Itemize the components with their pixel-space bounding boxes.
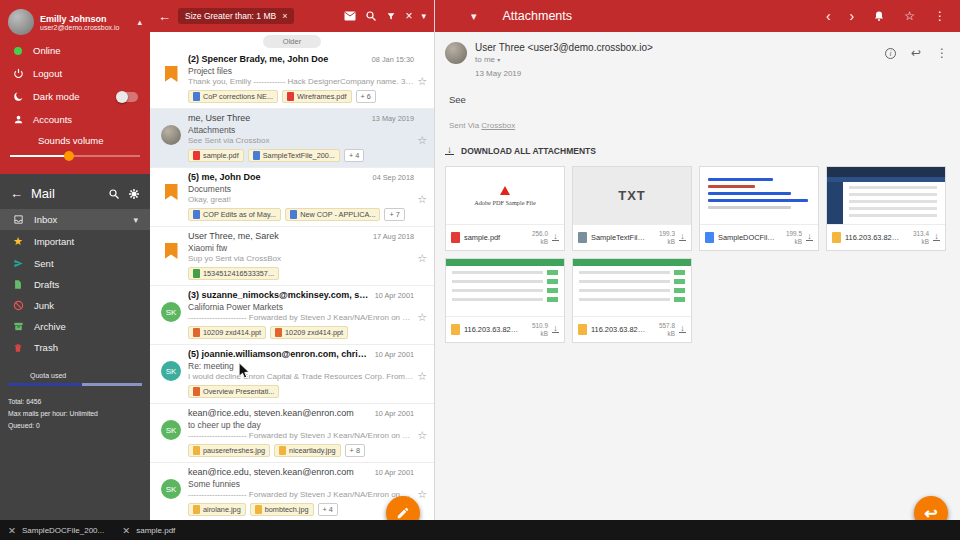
back-icon[interactable]: ←: [10, 186, 23, 201]
email-list-item[interactable]: SK (3) suzanne_nimocks@mckinsey.com, sus…: [150, 286, 434, 345]
chip-label: bombtech.jpg: [265, 505, 309, 514]
download-icon[interactable]: ↓: [679, 234, 686, 242]
attachment-chip[interactable]: 10209 zxd414.ppt: [188, 326, 266, 339]
chevron-down-icon[interactable]: ▾: [421, 11, 426, 21]
attachment-card[interactable]: 116.203.63.82_5... 557.8 kB ↓: [572, 258, 692, 343]
attachment-chip[interactable]: 1534512416533357...: [188, 267, 279, 280]
info-icon[interactable]: i: [885, 48, 896, 59]
attachment-chip[interactable]: CoP corrections NE...: [188, 90, 278, 103]
email-list-item[interactable]: SK (5) joannie.williamson@enron.com, chr…: [150, 345, 434, 404]
quota-label: Quota used: [0, 372, 150, 379]
filter-icon[interactable]: [386, 11, 396, 22]
attachment-chip[interactable]: airolane.jpg: [188, 503, 246, 516]
back-icon[interactable]: ←: [158, 9, 171, 24]
star-toggle-icon[interactable]: ☆: [417, 370, 427, 383]
star-toggle-icon[interactable]: ☆: [417, 193, 427, 206]
menu-item-accounts[interactable]: Accounts: [0, 108, 150, 131]
attachment-card[interactable]: 116.203.63.82_5... 313.4 kB ↓: [826, 166, 946, 251]
menu-item-online[interactable]: Online: [0, 39, 150, 62]
message-more-icon[interactable]: ⋮: [936, 46, 948, 60]
attachment-size: 557.8 kB: [652, 322, 675, 338]
slider-thumb[interactable]: [64, 151, 74, 161]
star-toggle-icon[interactable]: ☆: [417, 252, 427, 265]
email-subject: Project files: [188, 66, 414, 76]
attachment-chip[interactable]: New COP - APPLICA...: [285, 208, 380, 221]
download-icon[interactable]: ↓: [806, 234, 813, 242]
menu-item-darkmode[interactable]: Dark mode: [0, 85, 150, 108]
menu-item-logout[interactable]: Logout: [0, 62, 150, 85]
remove-filter-icon[interactable]: ×: [282, 11, 287, 21]
more-attachments-chip[interactable]: + 4: [318, 503, 338, 516]
attachment-chip[interactable]: SampleTextFile_200...: [248, 149, 340, 162]
dark-mode-toggle[interactable]: [116, 92, 138, 102]
close-icon[interactable]: ✕: [8, 525, 16, 536]
attachment-chip[interactable]: bombtech.jpg: [250, 503, 314, 516]
attachment-chip[interactable]: COP Edits as of May...: [188, 208, 281, 221]
search-icon[interactable]: [108, 188, 120, 200]
mark-read-icon[interactable]: [344, 11, 356, 21]
sidebar-item-important[interactable]: ★ Important: [0, 230, 150, 253]
chevron-down-icon[interactable]: ▾: [133, 215, 138, 225]
previous-email-icon[interactable]: ‹: [826, 9, 831, 23]
search-icon[interactable]: [365, 10, 377, 22]
profile-card[interactable]: Emilly Johnson user2@demo.crossbox.io ▴: [0, 5, 150, 39]
download-icon[interactable]: ↓: [552, 234, 559, 242]
star-email-icon[interactable]: ☆: [904, 9, 915, 23]
attachment-chip[interactable]: niceartlady.jpg: [274, 444, 341, 457]
attachment-chip[interactable]: 10209 zxd414.ppt: [270, 326, 348, 339]
attachment-chip[interactable]: Wireframes.pdf: [282, 90, 351, 103]
attachment-card[interactable]: Adobe PDF Sample File sample.pdf 256.0 k…: [445, 166, 565, 251]
attachment-chip[interactable]: Overview Presentati...: [188, 385, 279, 398]
chip-label: SampleTextFile_200...: [263, 151, 335, 160]
star-toggle-icon[interactable]: ☆: [417, 488, 427, 501]
download-bar-item[interactable]: ✕ SampleDOCFile_200...: [8, 525, 104, 536]
more-attachments-chip[interactable]: + 6: [356, 90, 376, 103]
filter-chip[interactable]: Size Greater than: 1 MB ×: [178, 8, 294, 24]
collapse-thread-icon[interactable]: ▾: [471, 10, 477, 23]
star-toggle-icon[interactable]: ☆: [417, 75, 427, 88]
attachment-card[interactable]: 116.203.63.82_5... 510.9 kB ↓: [445, 258, 565, 343]
star-toggle-icon[interactable]: ☆: [417, 134, 427, 147]
attachment-card[interactable]: SampleDOCFile_... 199.5 kB ↓: [699, 166, 819, 251]
more-attachments-chip[interactable]: + 4: [344, 149, 364, 162]
gear-icon[interactable]: [128, 188, 140, 200]
message-to[interactable]: to me ▾: [475, 55, 653, 64]
junk-blocked-icon: [12, 300, 24, 311]
bell-icon[interactable]: [873, 10, 885, 22]
email-senders: me, User Three: [188, 113, 366, 123]
star-toggle-icon[interactable]: ☆: [417, 429, 427, 442]
more-attachments-chip[interactable]: + 7: [384, 208, 404, 221]
more-attachments-chip[interactable]: + 8: [345, 444, 365, 457]
star-toggle-icon[interactable]: ☆: [417, 311, 427, 324]
download-icon[interactable]: ↓: [933, 234, 940, 242]
email-list-item[interactable]: User Three, me, Sarek 17 Aug 2018 Xiaomi…: [150, 227, 434, 286]
email-list-item[interactable]: (2) Spencer Brady, me, John Doe 08 Jan 1…: [150, 50, 434, 109]
sidebar-item-archive[interactable]: Archive: [0, 316, 150, 337]
sidebar-item-drafts[interactable]: Drafts: [0, 274, 150, 295]
more-options-icon[interactable]: ⋮: [934, 9, 946, 23]
reply-icon[interactable]: ↩: [911, 46, 921, 60]
email-list-item[interactable]: SK kean@rice.edu, steven.kean@enron.com …: [150, 404, 434, 463]
email-list-item[interactable]: (5) me, John Doe 04 Sep 2018 Documents O…: [150, 168, 434, 227]
email-list-item[interactable]: me, User Three 13 May 2019 Attachments S…: [150, 109, 434, 168]
crossbox-link[interactable]: Crossbox: [481, 121, 515, 130]
sidebar-item-sent[interactable]: Sent: [0, 253, 150, 274]
sounds-volume-slider[interactable]: [10, 150, 140, 162]
download-all-attachments[interactable]: ↓ DOWNLOAD ALL ATTACHMENTS: [435, 130, 960, 164]
attachment-chip[interactable]: pauserefreshes.jpg: [188, 444, 270, 457]
close-icon[interactable]: ✕: [122, 525, 130, 536]
folder-label: Drafts: [34, 279, 59, 290]
email-date: 04 Sep 2018: [373, 173, 414, 182]
download-icon[interactable]: ↓: [552, 326, 559, 334]
download-icon[interactable]: ↓: [679, 326, 686, 334]
close-icon[interactable]: ×: [405, 9, 412, 23]
next-email-icon[interactable]: ›: [850, 9, 855, 23]
attachment-name: 116.203.63.82_5...: [845, 233, 902, 242]
attachment-card[interactable]: TXT SampleTextFile_20... 199.3 kB ↓: [572, 166, 692, 251]
sidebar-item-junk[interactable]: Junk: [0, 295, 150, 316]
download-bar-item[interactable]: ✕ sample.pdf: [122, 525, 175, 536]
sidebar-item-inbox[interactable]: Inbox ▾: [0, 209, 150, 230]
profile-collapse-icon[interactable]: ▴: [137, 17, 142, 27]
attachment-chip[interactable]: sample.pdf: [188, 149, 244, 162]
sidebar-item-trash[interactable]: Trash: [0, 337, 150, 358]
